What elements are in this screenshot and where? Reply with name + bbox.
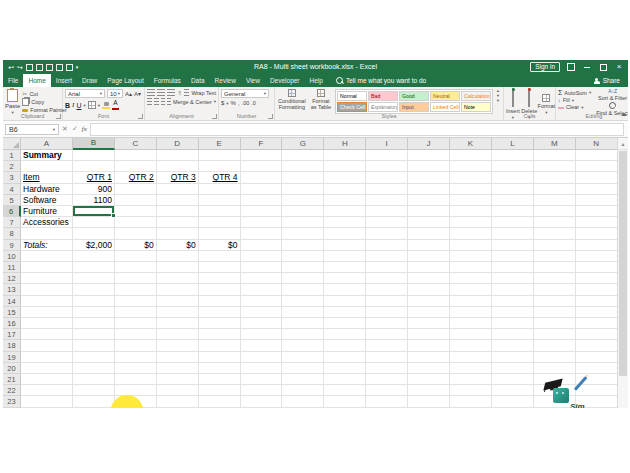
cell-F5[interactable] — [241, 195, 283, 206]
cell-M13[interactable] — [534, 284, 576, 295]
cell-D16[interactable] — [157, 318, 199, 329]
cell-E13[interactable] — [199, 284, 241, 295]
cell-M1[interactable] — [534, 150, 576, 161]
cell-G6[interactable] — [282, 206, 324, 217]
column-header-i[interactable]: I — [366, 138, 408, 150]
cell-M8[interactable] — [534, 228, 576, 239]
cell-E8[interactable] — [199, 228, 241, 239]
cell-E15[interactable] — [199, 307, 241, 318]
cell-H17[interactable] — [324, 329, 366, 340]
cell-D15[interactable] — [157, 307, 199, 318]
minimize-icon[interactable] — [582, 62, 592, 72]
cell-K5[interactable] — [450, 195, 492, 206]
tab-data[interactable]: Data — [186, 74, 210, 87]
row-header-21[interactable]: 21 — [3, 374, 21, 385]
cell-K16[interactable] — [450, 318, 492, 329]
cell-I14[interactable] — [366, 296, 408, 307]
copy-button[interactable]: Copy — [22, 98, 66, 106]
cell-F10[interactable] — [241, 251, 283, 262]
email-icon[interactable] — [36, 64, 43, 71]
cell-H22[interactable] — [324, 385, 366, 396]
cell-G19[interactable] — [282, 352, 324, 363]
number-dialog-launcher[interactable] — [268, 114, 273, 119]
sort-filter-button[interactable]: A↓Z Sort & Filter — [596, 89, 628, 101]
cell-E1[interactable] — [199, 150, 241, 161]
cell-J12[interactable] — [408, 273, 450, 284]
cell-G18[interactable] — [282, 340, 324, 351]
cell-K6[interactable] — [450, 206, 492, 217]
cell-N20[interactable] — [576, 363, 618, 374]
scrollbar-thumb[interactable] — [619, 151, 627, 376]
align-right-icon[interactable] — [161, 98, 166, 105]
cell-C2[interactable] — [115, 161, 157, 172]
column-header-j[interactable]: J — [408, 138, 450, 150]
cell-I2[interactable] — [366, 161, 408, 172]
row-header-22[interactable]: 22 — [3, 385, 21, 396]
cell-L20[interactable] — [492, 363, 534, 374]
scroll-up-icon[interactable]: ▲ — [618, 138, 628, 150]
row-header-23[interactable]: 23 — [3, 396, 21, 407]
cell-L15[interactable] — [492, 307, 534, 318]
cell-C12[interactable] — [115, 273, 157, 284]
cell-style-normal[interactable]: Normal — [337, 91, 367, 101]
cell-C7[interactable] — [115, 217, 157, 228]
cell-F9[interactable] — [241, 240, 283, 251]
cell-H19[interactable] — [324, 352, 366, 363]
cell-L13[interactable] — [492, 284, 534, 295]
cell-N12[interactable] — [576, 273, 618, 284]
cell-K22[interactable] — [450, 385, 492, 396]
cell-K14[interactable] — [450, 296, 492, 307]
cell-F17[interactable] — [241, 329, 283, 340]
row-header-12[interactable]: 12 — [3, 273, 21, 284]
conditional-formatting-button[interactable]: Conditional Formatting — [277, 89, 307, 110]
cell-I8[interactable] — [366, 228, 408, 239]
cell-G20[interactable] — [282, 363, 324, 374]
gallery-more-icon[interactable]: ▼ — [496, 99, 500, 103]
cell-C20[interactable] — [115, 363, 157, 374]
row-header-20[interactable]: 20 — [3, 363, 21, 374]
cell-I17[interactable] — [366, 329, 408, 340]
cell-D4[interactable] — [157, 184, 199, 195]
cell-J17[interactable] — [408, 329, 450, 340]
cell-C3[interactable]: QTR 2 — [115, 172, 157, 183]
cell-D1[interactable] — [157, 150, 199, 161]
cell-H2[interactable] — [324, 161, 366, 172]
tab-draw[interactable]: Draw — [77, 74, 102, 87]
cell-F8[interactable] — [241, 228, 283, 239]
format-cells-button[interactable]: Format ▾ — [539, 94, 554, 115]
cell-J19[interactable] — [408, 352, 450, 363]
cell-H15[interactable] — [324, 307, 366, 318]
cell-I16[interactable] — [366, 318, 408, 329]
cell-F20[interactable] — [241, 363, 283, 374]
column-header-k[interactable]: K — [450, 138, 492, 150]
align-middle-icon[interactable] — [157, 89, 165, 96]
cell-E21[interactable] — [199, 374, 241, 385]
cell-C1[interactable] — [115, 150, 157, 161]
cell-L23[interactable] — [492, 396, 534, 407]
cell-F18[interactable] — [241, 340, 283, 351]
cell-G7[interactable] — [282, 217, 324, 228]
cell-A16[interactable] — [21, 318, 73, 329]
cell-I15[interactable] — [366, 307, 408, 318]
cell-A8[interactable] — [21, 228, 73, 239]
cell-J10[interactable] — [408, 251, 450, 262]
cell-D9[interactable]: $0 — [157, 240, 199, 251]
cell-F22[interactable] — [241, 385, 283, 396]
orientation-icon[interactable]: ⇗ — [175, 89, 183, 97]
tab-review[interactable]: Review — [210, 74, 241, 87]
cell-I13[interactable] — [366, 284, 408, 295]
cell-I12[interactable] — [366, 273, 408, 284]
cell-K17[interactable] — [450, 329, 492, 340]
alignment-dialog-launcher[interactable] — [212, 114, 217, 119]
cell-J3[interactable] — [408, 172, 450, 183]
autosum-button[interactable]: Σ AutoSum ▾ — [558, 89, 591, 96]
cell-C8[interactable] — [115, 228, 157, 239]
cell-D22[interactable] — [157, 385, 199, 396]
cell-F2[interactable] — [241, 161, 283, 172]
cell-I6[interactable] — [366, 206, 408, 217]
row-header-5[interactable]: 5 — [3, 195, 21, 206]
cell-J9[interactable] — [408, 240, 450, 251]
cell-N8[interactable] — [576, 228, 618, 239]
cell-K23[interactable] — [450, 396, 492, 407]
cell-F21[interactable] — [241, 374, 283, 385]
